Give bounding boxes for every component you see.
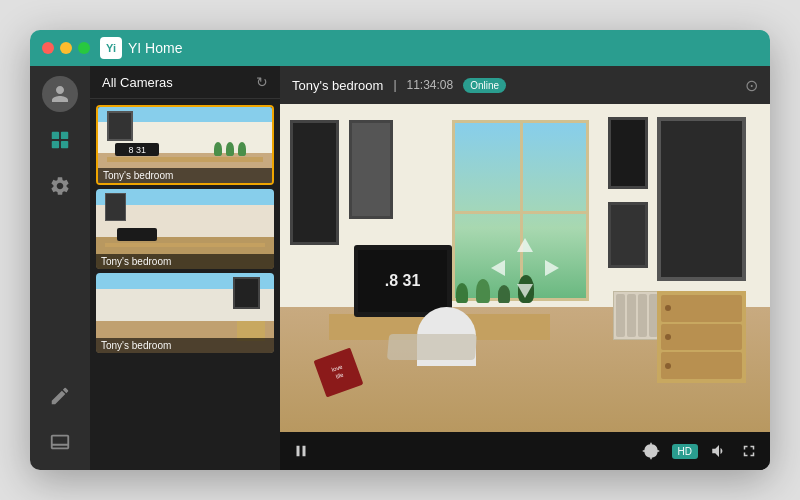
refresh-icon[interactable]: ↻ [256, 74, 268, 90]
wall-picture-right3 [608, 202, 647, 268]
camera-list-panel: All Cameras ↻ 8 31 [90, 66, 280, 470]
main-content: All Cameras ↻ 8 31 [30, 66, 770, 470]
online-badge: Online [463, 78, 506, 93]
nav-right-arrow[interactable] [545, 260, 559, 276]
app-window: Yi YI Home [30, 30, 770, 470]
app-logo: Yi YI Home [100, 37, 182, 59]
nav-down-arrow[interactable] [517, 284, 533, 298]
camera-label-1: Tony's bedroom [98, 168, 272, 183]
camera-list-header: All Cameras ↻ [90, 66, 280, 99]
video-area: Tony's bedroom | 11:34:08 Online ⊙ [280, 66, 770, 470]
maximize-button[interactable] [78, 42, 90, 54]
sidebar [30, 66, 90, 470]
titlebar: Yi YI Home [30, 30, 770, 66]
user-avatar[interactable] [42, 76, 78, 112]
wall-picture-left [290, 120, 339, 245]
svg-rect-1 [61, 132, 68, 139]
monitor-screen: .8 31 [358, 250, 446, 311]
monitor-display: .8 31 [385, 272, 421, 290]
nav-up-arrow[interactable] [517, 238, 533, 252]
camera-list-title: All Cameras [102, 75, 173, 90]
sidebar-item-edit[interactable] [42, 378, 78, 414]
camera-item-1[interactable]: 8 31 Tony's bedroom [96, 105, 274, 185]
rug [387, 334, 477, 360]
scene-monitor: .8 31 [354, 245, 452, 317]
sidebar-item-settings[interactable] [42, 168, 78, 204]
camera-label-2: Tony's bedroom [96, 254, 274, 269]
pause-button[interactable] [292, 442, 310, 460]
video-controls: HD [280, 432, 770, 470]
video-header: Tony's bedroom | 11:34:08 Online ⊙ [280, 66, 770, 104]
scene-dresser [657, 291, 745, 383]
volume-button[interactable] [710, 442, 728, 460]
wall-picture-right [657, 117, 745, 281]
bedroom-scene: .8 31 [280, 104, 770, 432]
sidebar-item-inbox[interactable] [42, 424, 78, 460]
traffic-lights [42, 42, 90, 54]
svg-rect-3 [61, 141, 68, 148]
camera-item-2[interactable]: Tony's bedroom [96, 189, 274, 269]
camera-label-3: Tony's bedroom [96, 338, 274, 353]
nav-left-arrow[interactable] [491, 260, 505, 276]
wall-picture-left2 [349, 120, 393, 218]
sidebar-item-cameras[interactable] [42, 122, 78, 158]
hd-badge[interactable]: HD [672, 444, 698, 459]
camera-item-3[interactable]: Tony's bedroom [96, 273, 274, 353]
camera-items: 8 31 Tony's bedroom [90, 99, 280, 470]
video-separator: | [393, 78, 396, 92]
video-frame: .8 31 [280, 104, 770, 432]
wall-picture-right2 [608, 117, 647, 189]
app-title: YI Home [128, 40, 182, 56]
close-button[interactable] [42, 42, 54, 54]
video-camera-name: Tony's bedroom [292, 78, 383, 93]
video-time: 11:34:08 [407, 78, 454, 92]
video-settings-button[interactable] [642, 442, 660, 460]
fullscreen-button[interactable] [740, 442, 758, 460]
logo-icon: Yi [100, 37, 122, 59]
svg-rect-0 [52, 132, 59, 139]
video-settings-icon[interactable]: ⊙ [745, 76, 758, 95]
svg-rect-2 [52, 141, 59, 148]
minimize-button[interactable] [60, 42, 72, 54]
